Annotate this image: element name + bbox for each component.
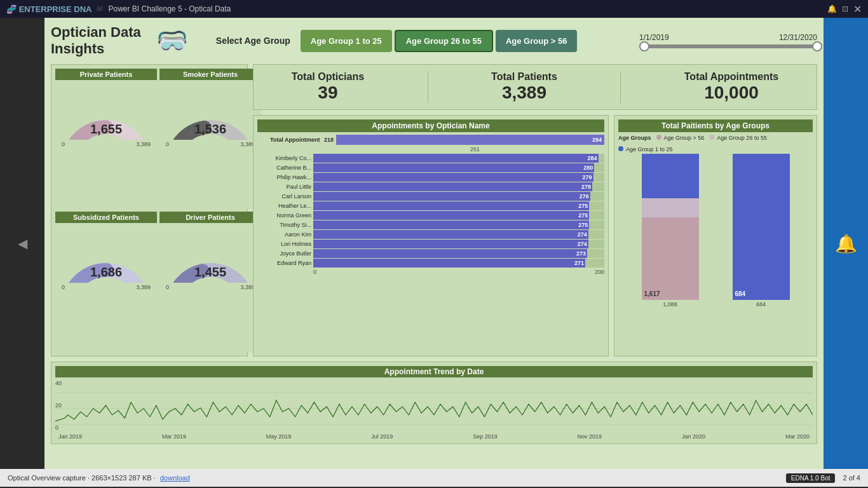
bar-val-0: 284 <box>587 155 597 161</box>
gauge-subsidized-labels: 0 3,389 <box>62 284 151 290</box>
segment-label-684: 684 <box>735 290 746 297</box>
left-nav[interactable]: ◀ <box>0 18 44 469</box>
bar-track-0: 284 <box>313 154 604 163</box>
stacked-chart-title: Total Paitients by Age Groups <box>618 119 813 132</box>
stacked-chart-panel: Total Paitients by Age Groups Age Groups… <box>614 115 817 356</box>
gauge-smoker-title: Smoker Patients <box>159 69 261 80</box>
date-labels: 1/1/2019 12/31/2020 <box>639 33 817 42</box>
kpi-opticians-label: Total Opticians <box>292 71 364 83</box>
kpi-row: Total Opticians 39 Total Patients 3,389 … <box>253 64 817 110</box>
bar-name-0: Kimberly Co... <box>257 155 311 161</box>
bar-total-track: 284 251 <box>336 135 604 145</box>
bar-track-1: 280 <box>313 163 604 172</box>
stacked-bar-group-2: 684 684 <box>722 154 800 308</box>
bar-val-3: 278 <box>581 184 591 190</box>
legend-dot-1 <box>709 135 714 140</box>
stacked-bars: 1,617 1,088 <box>618 155 813 308</box>
legend-item-0: Age Group > 56 <box>656 135 705 141</box>
bar-total-row: Total Appointment 218 284 251 <box>257 135 604 145</box>
gauge-private-labels: 0 3,389 <box>62 141 151 147</box>
bar-row-8: Aaron Kim 274 <box>257 230 604 239</box>
bar-name-4: Carl Larson <box>257 193 311 200</box>
legend-dot-0 <box>656 135 661 140</box>
bar-total-mid: 251 <box>470 146 480 152</box>
gauge-subsidized-visual: 1,686 <box>55 226 157 283</box>
kpi-appointments-value: 10,000 <box>684 83 778 103</box>
segment-1-bottom: 1,617 <box>642 217 699 300</box>
date-slider-track[interactable] <box>639 44 817 48</box>
bar-track-5: 275 <box>313 201 604 210</box>
legend-item-1: Age Group 26 to 55 <box>709 135 767 141</box>
right-nav[interactable]: 🔔 <box>824 18 868 469</box>
stacked-bar-1: 1,617 <box>642 154 699 300</box>
gauge-driver-labels: 0 3,389 <box>166 284 255 290</box>
bar-track-2: 279 <box>313 173 604 182</box>
bar-track-3: 278 <box>313 182 604 191</box>
date-end: 12/31/2020 <box>779 33 817 42</box>
bar-fill-2: 279 <box>313 173 593 182</box>
glasses-icon: 🥽 <box>156 26 188 56</box>
trend-title: Appointment Trend by Date <box>55 366 813 377</box>
age-btn-56plus[interactable]: Age Group > 56 <box>496 30 577 52</box>
slider-fill <box>639 44 817 48</box>
slider-thumb-left[interactable] <box>639 41 649 51</box>
bar-name-3: Paul Little <box>257 184 311 190</box>
bar-val-8: 274 <box>578 231 587 238</box>
bar-fill-0: 284 <box>313 154 599 163</box>
bar-name-8: Aaron Kim <box>257 231 311 238</box>
bar-row-0: Kimberly Co... 284 <box>257 154 604 163</box>
bar-track-8: 274 <box>313 230 604 239</box>
legend-label: Age Groups <box>618 135 651 141</box>
dashboard-title: Optician Data Insights <box>51 24 141 58</box>
gauge-smoker: Smoker Patients 1,536 0 3,389 <box>159 69 261 209</box>
gauges-panel: Private Patients 1,655 0 3,389 <box>51 64 248 356</box>
bar-name-9: Lori Holmes <box>257 241 311 247</box>
gauge-private-visual: 1,655 <box>55 83 157 140</box>
bar-name-5: Heather Le... <box>257 203 311 209</box>
bar-fill-3: 278 <box>313 182 592 191</box>
bar-track-6: 275 <box>313 211 604 220</box>
bar-val-11: 271 <box>574 260 584 266</box>
bar-row-7: Timothy Si... 275 <box>257 220 604 229</box>
titlebar-left: 🧬 ENTERPRISE DNA ✉ Power BI Challenge 5 … <box>6 4 231 14</box>
right-area: Total Opticians 39 Total Patients 3,389 … <box>253 64 817 356</box>
bar-val-9: 274 <box>578 241 587 247</box>
bar-track-7: 275 <box>313 220 604 229</box>
gauge-private-title: Private Patients <box>55 69 157 80</box>
window-maximize[interactable]: ⊡ <box>842 4 848 13</box>
kpi-opticians-value: 39 <box>292 83 364 103</box>
slider-thumb-right[interactable] <box>812 41 822 51</box>
segment-1-top <box>642 154 699 198</box>
window-title: Power BI Challenge 5 - Optical Data <box>108 4 231 13</box>
age-btn-1-25[interactable]: Age Group 1 to 25 <box>301 30 392 52</box>
bar-val-1: 280 <box>583 165 593 171</box>
left-arrow-icon[interactable]: ◀ <box>18 236 27 251</box>
gauge-driver-visual: 1,455 <box>159 226 261 283</box>
bar-fill-6: 275 <box>313 211 589 220</box>
bar-chart-title: Appointments by Optician Name <box>257 119 604 132</box>
gauge-subsidized-value: 1,686 <box>55 265 157 280</box>
bar-val-7: 275 <box>578 222 588 228</box>
kpi-patients-value: 3,389 <box>491 83 557 103</box>
gauge-subsidized: Subsidized Patients 1,686 0 3,389 <box>55 212 157 352</box>
trend-chart-area: Jan 2019 Mar 2019 May 2019 Jul 2019 Sep … <box>55 380 813 434</box>
bar-rows: Kimberly Co... 284 Catherine B... 280 Ph… <box>257 154 604 268</box>
gauge-private-value: 1,655 <box>55 122 157 137</box>
header-row: Optician Data Insights 🥽 Select Age Grou… <box>51 24 817 58</box>
kpi-divider-2 <box>620 71 621 103</box>
notification-icon[interactable]: 🔔 <box>835 233 857 254</box>
trend-panel: Appointment Trend by Date Jan 2019 <box>51 362 817 444</box>
pagination: 2 of 4 <box>843 474 860 482</box>
gauge-smoker-value: 1,536 <box>159 122 261 137</box>
statusbar-left: Optical Overview capture · 2663×1523 287… <box>8 474 190 482</box>
segment-1-mid <box>642 198 699 217</box>
gauge-driver: Driver Patients 1,455 0 3,389 <box>159 212 261 352</box>
segment-label-1617: 1,617 <box>644 290 660 297</box>
window-minimize[interactable]: 🔔 <box>827 4 837 13</box>
window-close[interactable]: ✕ <box>853 3 862 15</box>
bar-name-6: Norma Green <box>257 212 311 219</box>
download-link[interactable]: download <box>160 474 190 482</box>
trend-svg <box>55 380 813 431</box>
charts-row: Appointments by Optician Name Total Appo… <box>253 115 817 356</box>
age-btn-26-55[interactable]: Age Group 26 to 55 <box>395 30 493 52</box>
